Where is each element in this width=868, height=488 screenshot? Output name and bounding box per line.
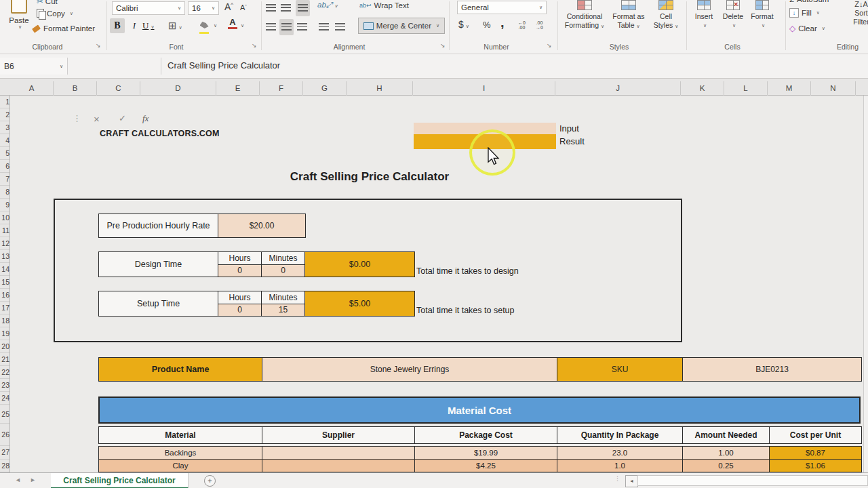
autosum-button[interactable]: Σ AutoSum <box>789 0 829 3</box>
prev-sheet-arrow[interactable]: ◄ <box>15 476 21 483</box>
name-box[interactable]: B6 ∨ <box>0 58 68 75</box>
material-cell[interactable]: Backings <box>99 447 262 459</box>
number-dialog-launcher[interactable]: ↘ <box>547 42 552 49</box>
rate-value-cell[interactable]: $20.00 <box>218 214 305 237</box>
alignment-dialog-launcher[interactable]: ↘ <box>440 42 446 49</box>
insert-cells-button[interactable]: Insert ∨ <box>692 0 716 30</box>
hscroll-left-button[interactable]: ◄ <box>625 475 638 487</box>
orientation-button[interactable]: ab⤢∨ <box>317 1 338 9</box>
row-header-28[interactable]: 28 <box>0 460 10 473</box>
format-painter-button[interactable]: Format Painter <box>33 24 95 33</box>
setup-minutes-value-cell[interactable]: 15 <box>262 304 304 317</box>
product-name-label-cell[interactable]: Product Name <box>99 358 262 381</box>
column-header-C[interactable]: C <box>97 81 140 96</box>
supplier-header-cell[interactable]: Supplier <box>262 427 414 443</box>
row-header-25[interactable]: 25 <box>0 405 10 424</box>
column-header-J[interactable]: J <box>555 81 681 96</box>
align-top-button[interactable] <box>266 2 276 14</box>
row-header-24[interactable]: 24 <box>0 392 10 405</box>
column-header-K[interactable]: K <box>681 81 724 96</box>
font-family-select[interactable]: Calibri ∨ <box>112 1 185 15</box>
column-header-D[interactable]: D <box>140 81 216 96</box>
new-sheet-button[interactable]: + <box>204 475 216 487</box>
grow-font-button[interactable]: A^ <box>224 1 233 12</box>
align-left-button[interactable] <box>266 21 276 33</box>
row-header-4[interactable]: 4 <box>0 134 10 147</box>
fill-button[interactable]: ↓ Fill ∨ <box>789 8 820 18</box>
row-header-14[interactable]: 14 <box>0 263 10 276</box>
design-minutes-value-cell[interactable]: 0 <box>262 265 304 277</box>
column-header-M[interactable]: M <box>768 81 811 96</box>
font-size-select[interactable]: 16 ∨ <box>188 1 219 15</box>
setup-hours-value-cell[interactable]: 0 <box>218 304 261 317</box>
package-cost-cell[interactable]: $4.25 <box>414 460 557 472</box>
row-header-17[interactable]: 17 <box>0 302 10 314</box>
decrease-indent-button[interactable] <box>319 21 329 33</box>
rate-label-cell[interactable]: Pre Production Hourly Rate <box>99 214 218 237</box>
increase-decimal-button[interactable]: ←0 .00 <box>518 20 526 30</box>
quantity-header-cell[interactable]: Quantity In Package <box>557 427 682 443</box>
clipboard-dialog-launcher[interactable]: ↘ <box>96 42 101 49</box>
row-header-13[interactable]: 13 <box>0 250 10 263</box>
shrink-font-button[interactable]: Aˇ <box>240 3 247 12</box>
supplier-cell[interactable] <box>262 460 414 472</box>
cost-per-unit-cell[interactable]: $1.06 <box>769 460 861 472</box>
column-header-B[interactable]: B <box>54 81 97 96</box>
copy-button[interactable]: Copy ∨ <box>37 9 73 18</box>
cell-styles-button[interactable]: Cell Styles∨ <box>650 0 682 30</box>
conditional-formatting-button[interactable]: Conditional Formatting∨ <box>563 0 606 30</box>
cancel-button[interactable]: × <box>94 113 100 125</box>
decrease-decimal-button[interactable]: .00 →0 <box>536 20 543 30</box>
merge-center-button[interactable]: Merge & Center ∨ <box>358 18 445 34</box>
row-header-15[interactable]: 15 <box>0 276 10 289</box>
minutes-header-cell[interactable]: Minutes <box>262 291 304 304</box>
bold-button[interactable]: B <box>110 18 125 33</box>
row-header-7[interactable]: 7 <box>0 173 10 186</box>
row-header-8[interactable]: 8 <box>0 186 10 199</box>
align-right-button[interactable] <box>297 21 307 33</box>
hours-header-cell[interactable]: Hours <box>218 291 261 304</box>
font-dialog-launcher[interactable]: ↘ <box>252 42 257 49</box>
cut-button[interactable]: ✂ Cut <box>37 0 58 6</box>
cost-per-unit-cell[interactable]: $0.87 <box>769 447 861 459</box>
row-header-23[interactable]: 23 <box>0 379 10 392</box>
design-label-cell[interactable]: Design Time <box>99 252 218 277</box>
formula-input[interactable]: Craft Selling Price Calculator <box>167 60 280 70</box>
format-as-table-button[interactable]: Format as Table∨ <box>609 0 648 30</box>
design-result-cell[interactable]: $0.00 <box>304 252 414 277</box>
wrap-text-button[interactable]: ab↩ Wrap Text <box>359 1 409 9</box>
minutes-header-cell[interactable]: Minutes <box>262 252 304 265</box>
horizontal-scrollbar[interactable] <box>637 475 868 486</box>
align-bottom-button[interactable] <box>296 0 310 16</box>
column-header-L[interactable]: L <box>724 81 768 96</box>
borders-button[interactable]: ⊞∨ <box>168 18 182 33</box>
chevron-down-icon[interactable]: ∨ <box>241 23 244 28</box>
column-header-A[interactable]: A <box>10 81 54 96</box>
setup-result-cell[interactable]: $5.00 <box>304 291 414 316</box>
align-center-button[interactable] <box>279 19 294 35</box>
row-header-5[interactable]: 5 <box>0 147 10 160</box>
row-header-20[interactable]: 20 <box>0 340 10 353</box>
row-header-6[interactable]: 6 <box>0 160 10 173</box>
next-sheet-arrow[interactable]: ► <box>30 476 36 483</box>
paste-button[interactable]: Paste ∨ <box>5 0 33 38</box>
setup-label-cell[interactable]: Setup Time <box>99 291 218 316</box>
row-header-26[interactable]: 26 <box>0 424 10 446</box>
column-header-E[interactable]: E <box>216 81 260 96</box>
increase-indent-button[interactable] <box>335 21 345 33</box>
font-color-button[interactable]: A <box>228 18 237 29</box>
row-header-10[interactable]: 10 <box>0 211 10 224</box>
tab-scroll-divider[interactable]: ⋮ <box>614 475 620 482</box>
package-cost-header-cell[interactable]: Package Cost <box>414 427 557 443</box>
row-header-1[interactable]: 1 <box>0 96 10 108</box>
number-format-select[interactable]: General ∨ <box>457 1 547 14</box>
quantity-cell[interactable]: 23.0 <box>557 447 682 459</box>
amount-cell[interactable]: 1.00 <box>682 447 769 459</box>
align-middle-button[interactable] <box>281 2 291 14</box>
column-header-H[interactable]: H <box>347 81 413 96</box>
comma-format-button[interactable]: , <box>500 15 505 30</box>
row-header-18[interactable]: 18 <box>0 314 10 327</box>
row-header-2[interactable]: 2 <box>0 108 10 121</box>
vertical-scrollbar[interactable] <box>863 96 868 472</box>
row-header-12[interactable]: 12 <box>0 237 10 250</box>
